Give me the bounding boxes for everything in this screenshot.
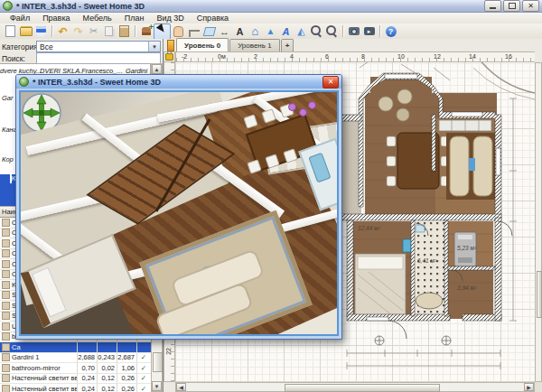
toolbar-separator (51, 25, 52, 37)
create-photo-icon[interactable] (346, 24, 361, 39)
3d-window-title-bar[interactable]: * INTER_3.sh3d - Sweet Home 3D ✕ (16, 75, 341, 89)
3d-export-icon[interactable] (294, 24, 309, 39)
minimize-button[interactable] (484, 0, 501, 12)
chevron-down-icon[interactable]: ▼ (148, 42, 160, 51)
create-video-icon[interactable] (361, 24, 377, 39)
open-icon[interactable] (18, 24, 33, 39)
row-icon (2, 332, 10, 341)
table-row[interactable]: Gardini 1 2,688 0,243 2,687 ✓ (0, 353, 151, 364)
maximize-button[interactable] (503, 0, 520, 12)
aerial-view-icon[interactable] (248, 24, 263, 39)
app-icon (3, 1, 13, 11)
zoom-out-icon[interactable] (309, 24, 324, 39)
save-icon[interactable] (33, 24, 49, 39)
row-icon (2, 239, 10, 247)
copy-icon[interactable] (101, 24, 117, 39)
ruler-corner (164, 51, 175, 62)
row-icon (2, 260, 10, 268)
tab-level-1[interactable]: Уровень 1 (229, 39, 280, 51)
ceiling-lamp (308, 101, 316, 109)
add-level-tab[interactable]: + (281, 39, 294, 51)
create-dimensions-icon[interactable] (217, 24, 232, 39)
horizontal-ruler: -2 0м 2 4 6 8 10 12 14 16 (175, 51, 535, 62)
window-title: * INTER_3.sh3d - Sweet Home 3D (16, 2, 145, 11)
search-label: Поиск: (0, 54, 36, 63)
scroll-right-icon[interactable]: ▶ (524, 383, 534, 391)
menu-plan[interactable]: План (118, 14, 151, 23)
menu-edit[interactable]: Правка (36, 14, 76, 23)
close-button[interactable] (522, 0, 539, 12)
add-text-icon[interactable] (232, 24, 248, 39)
svg-text:6,41 м²: 6,41 м² (417, 257, 437, 264)
category-label: Категория: (0, 42, 36, 51)
undo-icon[interactable] (55, 24, 70, 39)
tab-level-0[interactable]: Уровень 0 (176, 38, 229, 51)
row-icon (2, 302, 10, 310)
3d-view-window[interactable]: * INTER_3.sh3d - Sweet Home 3D ✕ (15, 74, 342, 340)
catalog-item[interactable]: Gar (2, 94, 14, 102)
category-combobox[interactable]: Все ▼ (36, 41, 161, 52)
row-icon (2, 343, 10, 351)
menu-view3d[interactable]: Вид 3D (150, 14, 190, 23)
select-tool-icon[interactable] (154, 23, 171, 40)
toolbar-separator (135, 25, 136, 37)
create-walls-icon[interactable] (186, 24, 201, 39)
visible-check-icon: ✓ (137, 374, 150, 384)
visible-check-icon: ✓ (137, 363, 150, 373)
new-icon[interactable] (3, 24, 18, 39)
menu-furniture[interactable]: Мебель (77, 14, 118, 23)
wardrobe[interactable] (439, 120, 491, 131)
3d-window-title: * INTER_3.sh3d - Sweet Home 3D (33, 78, 161, 87)
scroll-left-icon[interactable]: ◀ (176, 383, 186, 391)
plan-horizontal-scrollbar[interactable]: ◀ ▶ (175, 382, 535, 392)
row-icon (2, 374, 10, 382)
menu-file[interactable]: Файл (4, 14, 36, 23)
main-title-bar[interactable]: * INTER_3.sh3d - Sweet Home 3D (0, 0, 542, 13)
toolbar-separator (379, 25, 380, 37)
row-icon (2, 249, 10, 257)
table-row[interactable]: Настенный светит вверх 0,24 0,12 0,26 ✓ (0, 384, 151, 392)
pan-tool-icon[interactable] (171, 24, 186, 39)
row-icon (2, 291, 10, 299)
redo-icon[interactable] (70, 24, 86, 39)
3d-viewport[interactable] (19, 90, 339, 336)
lock-icon (165, 53, 173, 61)
plan-vertical-scrollbar[interactable] (535, 62, 542, 382)
row-icon (2, 353, 10, 361)
row-icon (2, 229, 10, 237)
visible-check-icon: ✓ (137, 384, 150, 392)
ceiling-lamp (288, 103, 296, 111)
scroll-down-icon[interactable]: ▼ (152, 381, 162, 391)
create-rooms-icon[interactable] (201, 24, 217, 39)
row-icon (2, 312, 10, 320)
visible-check-icon: ✓ (137, 353, 150, 363)
3d-scene[interactable] (21, 92, 337, 334)
svg-text:5,23 м²: 5,23 м² (457, 245, 477, 251)
level-tabs: Уровень 0 Уровень 1 + (164, 39, 542, 51)
row-icon (2, 364, 10, 372)
table-row[interactable]: bathroom-mirror 0,70 0,02 1,06 ✓ (0, 363, 151, 374)
close-icon[interactable]: ✕ (322, 76, 339, 89)
table-row[interactable]: Настенный светит вверх 0,24 0,12 0,26 ✓ (0, 374, 151, 385)
menu-help[interactable]: Справка (191, 14, 235, 23)
3d-settings-icon[interactable] (278, 24, 294, 39)
row-icon (2, 385, 10, 392)
zoom-in-icon[interactable] (324, 24, 340, 39)
scroll-up-icon[interactable]: ▲ (152, 64, 162, 74)
row-icon (2, 281, 10, 289)
toolbar-separator (342, 25, 343, 37)
app-icon (19, 77, 29, 87)
table-row-selected[interactable]: Ca (0, 342, 151, 353)
add-furniture-icon[interactable] (138, 24, 154, 39)
cut-icon[interactable] (86, 24, 101, 39)
bed[interactable] (355, 254, 406, 315)
help-icon[interactable] (383, 24, 398, 39)
paste-icon[interactable] (117, 24, 132, 39)
sofas[interactable] (446, 133, 495, 200)
scrollbar-corner (535, 382, 542, 392)
toolbar (0, 23, 542, 40)
row-icon (2, 322, 10, 331)
catalog-item[interactable]: Кор (2, 155, 14, 163)
virtual-visit-icon[interactable] (263, 24, 278, 39)
ceiling-lamp (299, 108, 307, 117)
